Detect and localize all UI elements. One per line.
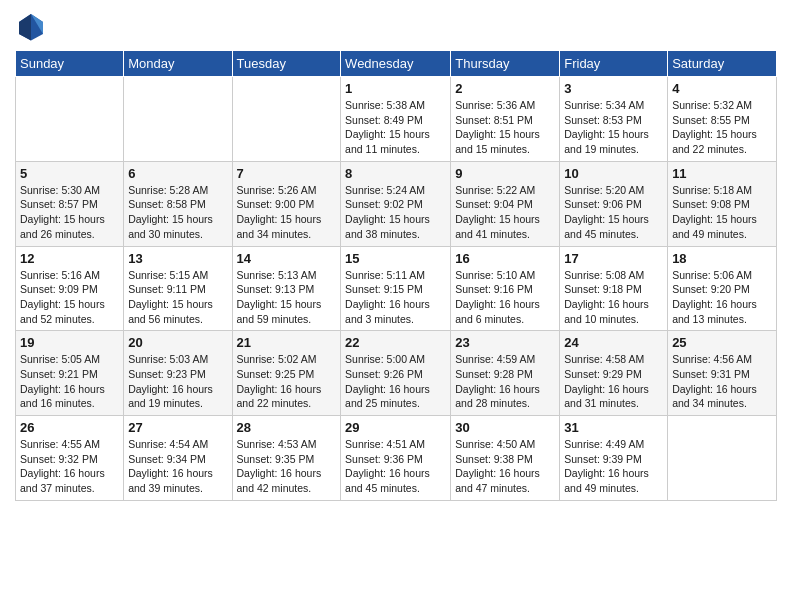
week-row: 19Sunrise: 5:05 AM Sunset: 9:21 PM Dayli… xyxy=(16,331,777,416)
calendar-cell: 12Sunrise: 5:16 AM Sunset: 9:09 PM Dayli… xyxy=(16,246,124,331)
calendar-cell: 10Sunrise: 5:20 AM Sunset: 9:06 PM Dayli… xyxy=(560,161,668,246)
calendar-cell: 13Sunrise: 5:15 AM Sunset: 9:11 PM Dayli… xyxy=(124,246,232,331)
logo xyxy=(15,10,51,42)
day-info: Sunrise: 5:36 AM Sunset: 8:51 PM Dayligh… xyxy=(455,98,555,157)
day-number: 12 xyxy=(20,251,119,266)
day-number: 16 xyxy=(455,251,555,266)
calendar-cell: 31Sunrise: 4:49 AM Sunset: 9:39 PM Dayli… xyxy=(560,416,668,501)
day-info: Sunrise: 4:56 AM Sunset: 9:31 PM Dayligh… xyxy=(672,352,772,411)
day-number: 9 xyxy=(455,166,555,181)
calendar-body: 1Sunrise: 5:38 AM Sunset: 8:49 PM Daylig… xyxy=(16,77,777,501)
calendar-cell: 9Sunrise: 5:22 AM Sunset: 9:04 PM Daylig… xyxy=(451,161,560,246)
calendar-cell: 25Sunrise: 4:56 AM Sunset: 9:31 PM Dayli… xyxy=(668,331,777,416)
day-number: 14 xyxy=(237,251,337,266)
calendar-cell: 16Sunrise: 5:10 AM Sunset: 9:16 PM Dayli… xyxy=(451,246,560,331)
day-info: Sunrise: 5:24 AM Sunset: 9:02 PM Dayligh… xyxy=(345,183,446,242)
calendar-cell: 2Sunrise: 5:36 AM Sunset: 8:51 PM Daylig… xyxy=(451,77,560,162)
day-info: Sunrise: 5:05 AM Sunset: 9:21 PM Dayligh… xyxy=(20,352,119,411)
logo-icon xyxy=(15,10,47,42)
calendar-cell: 28Sunrise: 4:53 AM Sunset: 9:35 PM Dayli… xyxy=(232,416,341,501)
calendar-cell xyxy=(668,416,777,501)
calendar-cell: 17Sunrise: 5:08 AM Sunset: 9:18 PM Dayli… xyxy=(560,246,668,331)
day-number: 13 xyxy=(128,251,227,266)
day-number: 10 xyxy=(564,166,663,181)
calendar-cell: 21Sunrise: 5:02 AM Sunset: 9:25 PM Dayli… xyxy=(232,331,341,416)
calendar-cell: 24Sunrise: 4:58 AM Sunset: 9:29 PM Dayli… xyxy=(560,331,668,416)
svg-marker-2 xyxy=(19,14,31,40)
day-info: Sunrise: 5:06 AM Sunset: 9:20 PM Dayligh… xyxy=(672,268,772,327)
week-row: 1Sunrise: 5:38 AM Sunset: 8:49 PM Daylig… xyxy=(16,77,777,162)
day-number: 4 xyxy=(672,81,772,96)
day-info: Sunrise: 5:32 AM Sunset: 8:55 PM Dayligh… xyxy=(672,98,772,157)
calendar-cell: 6Sunrise: 5:28 AM Sunset: 8:58 PM Daylig… xyxy=(124,161,232,246)
day-number: 8 xyxy=(345,166,446,181)
day-info: Sunrise: 4:51 AM Sunset: 9:36 PM Dayligh… xyxy=(345,437,446,496)
day-info: Sunrise: 5:20 AM Sunset: 9:06 PM Dayligh… xyxy=(564,183,663,242)
day-info: Sunrise: 4:53 AM Sunset: 9:35 PM Dayligh… xyxy=(237,437,337,496)
day-info: Sunrise: 5:03 AM Sunset: 9:23 PM Dayligh… xyxy=(128,352,227,411)
weekday-header: Wednesday xyxy=(341,51,451,77)
day-number: 15 xyxy=(345,251,446,266)
calendar-cell: 4Sunrise: 5:32 AM Sunset: 8:55 PM Daylig… xyxy=(668,77,777,162)
day-info: Sunrise: 4:50 AM Sunset: 9:38 PM Dayligh… xyxy=(455,437,555,496)
calendar: SundayMondayTuesdayWednesdayThursdayFrid… xyxy=(15,50,777,501)
day-info: Sunrise: 4:54 AM Sunset: 9:34 PM Dayligh… xyxy=(128,437,227,496)
calendar-cell: 29Sunrise: 4:51 AM Sunset: 9:36 PM Dayli… xyxy=(341,416,451,501)
calendar-cell: 1Sunrise: 5:38 AM Sunset: 8:49 PM Daylig… xyxy=(341,77,451,162)
day-info: Sunrise: 4:49 AM Sunset: 9:39 PM Dayligh… xyxy=(564,437,663,496)
weekday-header: Sunday xyxy=(16,51,124,77)
day-info: Sunrise: 5:15 AM Sunset: 9:11 PM Dayligh… xyxy=(128,268,227,327)
weekday-header: Tuesday xyxy=(232,51,341,77)
day-number: 5 xyxy=(20,166,119,181)
day-number: 31 xyxy=(564,420,663,435)
page: SundayMondayTuesdayWednesdayThursdayFrid… xyxy=(0,0,792,516)
day-info: Sunrise: 5:26 AM Sunset: 9:00 PM Dayligh… xyxy=(237,183,337,242)
calendar-cell xyxy=(124,77,232,162)
day-info: Sunrise: 4:55 AM Sunset: 9:32 PM Dayligh… xyxy=(20,437,119,496)
day-info: Sunrise: 5:18 AM Sunset: 9:08 PM Dayligh… xyxy=(672,183,772,242)
day-info: Sunrise: 5:28 AM Sunset: 8:58 PM Dayligh… xyxy=(128,183,227,242)
day-info: Sunrise: 5:08 AM Sunset: 9:18 PM Dayligh… xyxy=(564,268,663,327)
week-row: 26Sunrise: 4:55 AM Sunset: 9:32 PM Dayli… xyxy=(16,416,777,501)
day-info: Sunrise: 5:22 AM Sunset: 9:04 PM Dayligh… xyxy=(455,183,555,242)
day-number: 19 xyxy=(20,335,119,350)
day-number: 17 xyxy=(564,251,663,266)
calendar-cell: 8Sunrise: 5:24 AM Sunset: 9:02 PM Daylig… xyxy=(341,161,451,246)
calendar-cell xyxy=(232,77,341,162)
calendar-cell: 18Sunrise: 5:06 AM Sunset: 9:20 PM Dayli… xyxy=(668,246,777,331)
weekday-header: Thursday xyxy=(451,51,560,77)
header xyxy=(15,10,777,42)
calendar-cell: 27Sunrise: 4:54 AM Sunset: 9:34 PM Dayli… xyxy=(124,416,232,501)
day-number: 28 xyxy=(237,420,337,435)
day-number: 26 xyxy=(20,420,119,435)
day-number: 3 xyxy=(564,81,663,96)
calendar-cell: 3Sunrise: 5:34 AM Sunset: 8:53 PM Daylig… xyxy=(560,77,668,162)
day-number: 2 xyxy=(455,81,555,96)
week-row: 12Sunrise: 5:16 AM Sunset: 9:09 PM Dayli… xyxy=(16,246,777,331)
calendar-cell: 30Sunrise: 4:50 AM Sunset: 9:38 PM Dayli… xyxy=(451,416,560,501)
day-number: 7 xyxy=(237,166,337,181)
day-info: Sunrise: 5:13 AM Sunset: 9:13 PM Dayligh… xyxy=(237,268,337,327)
day-info: Sunrise: 5:38 AM Sunset: 8:49 PM Dayligh… xyxy=(345,98,446,157)
day-info: Sunrise: 4:59 AM Sunset: 9:28 PM Dayligh… xyxy=(455,352,555,411)
weekday-row: SundayMondayTuesdayWednesdayThursdayFrid… xyxy=(16,51,777,77)
day-info: Sunrise: 5:02 AM Sunset: 9:25 PM Dayligh… xyxy=(237,352,337,411)
day-info: Sunrise: 5:30 AM Sunset: 8:57 PM Dayligh… xyxy=(20,183,119,242)
day-number: 25 xyxy=(672,335,772,350)
day-number: 18 xyxy=(672,251,772,266)
weekday-header: Monday xyxy=(124,51,232,77)
day-info: Sunrise: 5:00 AM Sunset: 9:26 PM Dayligh… xyxy=(345,352,446,411)
calendar-cell: 23Sunrise: 4:59 AM Sunset: 9:28 PM Dayli… xyxy=(451,331,560,416)
calendar-header: SundayMondayTuesdayWednesdayThursdayFrid… xyxy=(16,51,777,77)
day-info: Sunrise: 4:58 AM Sunset: 9:29 PM Dayligh… xyxy=(564,352,663,411)
day-number: 11 xyxy=(672,166,772,181)
day-number: 23 xyxy=(455,335,555,350)
day-number: 1 xyxy=(345,81,446,96)
weekday-header: Friday xyxy=(560,51,668,77)
calendar-cell: 26Sunrise: 4:55 AM Sunset: 9:32 PM Dayli… xyxy=(16,416,124,501)
calendar-cell: 19Sunrise: 5:05 AM Sunset: 9:21 PM Dayli… xyxy=(16,331,124,416)
calendar-cell: 22Sunrise: 5:00 AM Sunset: 9:26 PM Dayli… xyxy=(341,331,451,416)
day-number: 22 xyxy=(345,335,446,350)
day-info: Sunrise: 5:16 AM Sunset: 9:09 PM Dayligh… xyxy=(20,268,119,327)
day-number: 6 xyxy=(128,166,227,181)
